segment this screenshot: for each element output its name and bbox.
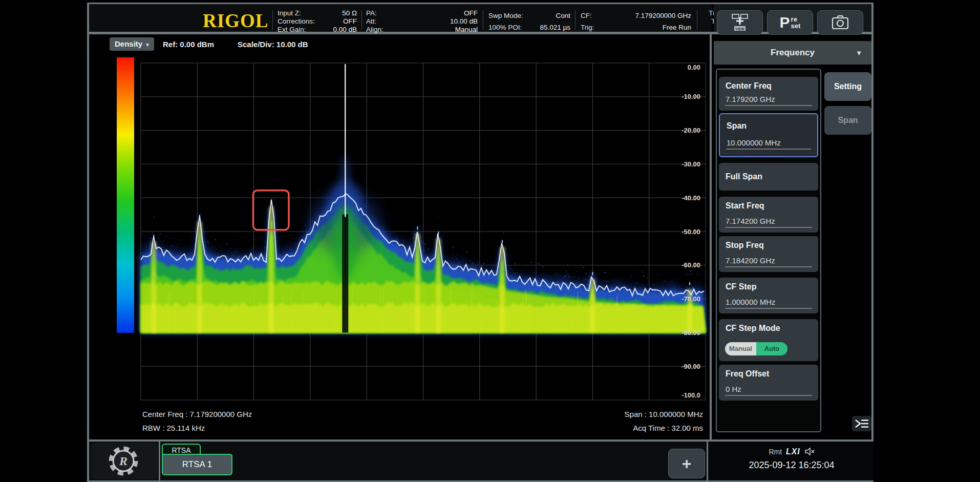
status-label: Corrections: [278, 17, 315, 26]
menu-item-center-freq[interactable]: Center Freq 7.179200 GHz [719, 77, 818, 111]
svg-text:VIEW: VIEW [735, 27, 744, 31]
status-label: Trig: [581, 24, 594, 32]
info-span: Span : 10.000000 MHz [625, 410, 703, 418]
status-value: 50 Ω [342, 9, 357, 17]
status-value: Cont [556, 12, 570, 20]
status-label: PA: [366, 9, 377, 17]
menu-item-freq-offset[interactable]: Freq Offset 0 Hz [719, 365, 818, 401]
status-value: 0.00 dB [333, 26, 357, 34]
chevron-down-icon: ▾ [146, 41, 149, 48]
info-acq-time: Acq Time : 32.00 ms [633, 424, 703, 432]
multi-view-button[interactable]: VIEW [717, 10, 763, 35]
menu-item-full-span[interactable]: Full Span [719, 163, 818, 191]
screenshot-button[interactable] [817, 10, 863, 35]
tab-span[interactable]: Span [824, 106, 871, 135]
status-value: Free Run [663, 24, 691, 32]
svg-text:-30.00: -30.00 [681, 160, 700, 168]
menu-item-label: Full Span [719, 172, 762, 181]
ref-level-label: Ref: 0.00 dBm [163, 40, 214, 49]
app-tab-rtsa1[interactable]: RTSA 1 [162, 454, 232, 475]
status-value: 85.021 µs [540, 24, 570, 32]
cf-step-mode-toggle: Manual Auto [725, 342, 787, 355]
value-underline [726, 149, 811, 150]
status-value: Manual [455, 26, 478, 34]
value-underline [725, 308, 812, 309]
panel-menu-dropdown[interactable]: Frequency ▼ [714, 41, 871, 65]
bezel-panel-divider [710, 34, 712, 439]
menu-item-cf-step-mode[interactable]: CF Step Mode Manual Auto [719, 319, 818, 361]
menu-item-span[interactable]: Span 10.000000 MHz [719, 113, 818, 157]
preset-label-bottom: set [791, 23, 801, 29]
multi-view-icon: VIEW [729, 13, 751, 32]
divider [707, 442, 708, 480]
collapse-menu-button[interactable] [852, 416, 871, 431]
menu-item-label: Center Freq [726, 81, 772, 91]
value-underline [725, 266, 812, 267]
toggle-option-auto[interactable]: Auto [756, 342, 787, 355]
camera-icon [830, 14, 850, 31]
menu-item-cf-step[interactable]: CF Step 1.000000 MHz [719, 278, 818, 313]
menu-item-label: Start Freq [726, 201, 764, 211]
menu-item-value: 0 Hz [726, 385, 741, 393]
status-group-input: Input Z:50 Ω Corrections:OFF Ext Gain:0.… [278, 8, 357, 33]
menu-item-value: 1.000000 MHz [726, 298, 776, 306]
menu-item-label: Span [727, 121, 747, 131]
svg-text:-40.00: -40.00 [681, 194, 700, 202]
status-label: Align: [366, 26, 384, 34]
menu-item-value: 7.174200 GHz [726, 217, 775, 225]
menu-item-value: 7.184200 GHz [726, 256, 775, 265]
top-status-bar: RIGOL Input Z:50 Ω Corrections:OFF Ext G… [89, 4, 712, 32]
status-label: Input Z: [278, 9, 301, 17]
svg-text:-80.00: -80.00 [681, 329, 700, 337]
menu-item-stop-freq[interactable]: Stop Freq 7.184200 GHz [719, 236, 818, 272]
svg-text:0.00: 0.00 [688, 64, 700, 71]
svg-text:-10.00: -10.00 [681, 93, 700, 100]
status-group-cf: CF:7.179200000 GHz Trig:Free Run [581, 8, 691, 33]
clock: 2025-09-12 16:25:04 [710, 460, 874, 471]
collapse-menu-icon [854, 418, 869, 429]
app-tab-group-label: RTSA [162, 444, 201, 455]
divider [159, 442, 160, 480]
divider [272, 10, 273, 30]
display-mode-dropdown[interactable]: Density▾ [110, 37, 154, 51]
preset-icon: P [780, 15, 790, 30]
status-label: CF: [581, 12, 592, 20]
status-group-pa: PA:OFF Att:10.00 dB Align:Manual [366, 8, 478, 33]
status-label: Ext Gain: [278, 26, 306, 34]
bezel-right [871, 3, 874, 482]
status-value: 7.179200000 GHz [635, 12, 691, 20]
toggle-option-manual[interactable]: Manual [725, 342, 756, 355]
lxi-indicator: LXI [786, 447, 800, 456]
status-clock-area: Rmt LXI 2025-09-12 16:25:04 [710, 442, 874, 480]
density-color-scale [117, 57, 134, 333]
preset-button[interactable]: P re set [767, 10, 813, 35]
divider [361, 10, 362, 30]
status-value: 10.00 dB [450, 17, 478, 26]
status-group-sweep: Swp Mode:Cont 100% POI:85.021 µs [488, 8, 570, 33]
value-underline [725, 395, 812, 396]
tab-setting[interactable]: Setting [824, 72, 871, 101]
info-rbw: RBW : 25.114 kHz [142, 424, 205, 432]
menu-item-value: 10.000000 MHz [727, 138, 781, 147]
svg-text:-20.00: -20.00 [681, 127, 700, 134]
menu-item-start-freq[interactable]: Start Freq 7.174200 GHz [719, 197, 818, 233]
status-label: Att: [366, 17, 376, 26]
status-label: 100% POI: [488, 24, 522, 32]
add-app-button[interactable]: + [668, 449, 705, 478]
app-tab-group-text: RTSA [172, 446, 190, 454]
status-value: OFF [343, 17, 357, 26]
system-menu-button[interactable]: R [91, 443, 158, 479]
svg-text:-70.00: -70.00 [681, 295, 700, 303]
screen: RIGOL Input Z:50 Ω Corrections:OFF Ext G… [0, 0, 980, 482]
divider [697, 10, 697, 30]
divider [483, 10, 483, 30]
status-label: Swp Mode: [488, 12, 523, 20]
menu-item-label: Stop Freq [726, 241, 764, 250]
status-flags: Rmt LXI [710, 447, 874, 456]
scale-div-label: Scale/Div: 10.00 dB [238, 40, 308, 49]
svg-text:-60.00: -60.00 [681, 261, 700, 269]
plus-icon: + [682, 454, 692, 473]
divider [575, 10, 576, 30]
tab-label: Span [838, 116, 858, 125]
status-value: OFF [464, 9, 478, 17]
